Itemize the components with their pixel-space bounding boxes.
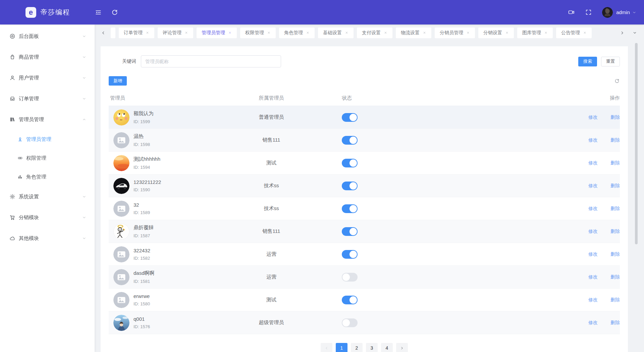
close-icon[interactable] — [423, 31, 426, 35]
refresh-page-icon[interactable] — [111, 9, 118, 16]
status-toggle[interactable] — [342, 296, 358, 304]
edit-link[interactable]: 修改 — [588, 297, 598, 303]
close-icon[interactable] — [583, 31, 587, 35]
edit-link[interactable]: 修改 — [588, 320, 598, 326]
close-icon[interactable] — [184, 31, 188, 35]
sidebar-subitem-admin-list[interactable]: 管理员管理 — [0, 130, 95, 149]
pagination-page-2[interactable]: 2 — [351, 343, 363, 352]
close-icon[interactable] — [505, 31, 509, 35]
admin-avatar[interactable] — [602, 7, 613, 18]
sidebar-item-distribution[interactable]: 分销模块 — [0, 207, 95, 228]
fullscreen-icon[interactable] — [585, 9, 592, 16]
sidebar-item-admins[interactable]: 管理员管理 — [0, 109, 95, 130]
delete-link[interactable]: 删除 — [610, 251, 620, 257]
tab-basic-settings[interactable]: 基础设置 — [318, 28, 354, 38]
edit-link[interactable]: 修改 — [588, 206, 598, 212]
sidebar-item-other[interactable]: 其他模块 — [0, 228, 95, 249]
tabs-scroll-right-icon[interactable] — [620, 30, 625, 36]
delete-link[interactable]: 删除 — [610, 183, 620, 189]
tabs-menu-icon[interactable] — [632, 30, 637, 35]
tab-payment-settings[interactable]: 支付设置 — [357, 28, 392, 38]
table-row: 32ID: 1589技术ss修改删除 — [109, 197, 620, 220]
parent-admin-role: 测试 — [266, 160, 276, 166]
close-icon[interactable] — [306, 31, 310, 35]
status-toggle[interactable] — [342, 318, 358, 327]
tab-distributor-mgmt[interactable]: 分销员管理 — [435, 28, 475, 38]
admin-name: 1232211222 — [133, 179, 161, 185]
delete-link[interactable]: 删除 — [610, 274, 620, 280]
status-toggle[interactable] — [342, 250, 358, 259]
close-icon[interactable] — [146, 31, 149, 35]
close-icon[interactable] — [228, 31, 232, 35]
pagination-page-1[interactable]: 1 — [336, 343, 347, 352]
delete-link[interactable]: 删除 — [610, 229, 620, 235]
sidebar-subitem-permissions[interactable]: 权限管理 — [0, 149, 95, 167]
status-toggle[interactable] — [342, 136, 358, 145]
status-toggle[interactable] — [342, 227, 358, 236]
delete-link[interactable]: 删除 — [610, 160, 620, 166]
sidebar-subitem-roles[interactable]: 角色管理 — [0, 167, 95, 186]
parent-admin-role: 运营 — [266, 274, 276, 280]
search-button[interactable]: 搜索 — [578, 57, 597, 66]
admin-name: 鼎折覆餗 — [133, 224, 154, 231]
parent-admin-role: 测试 — [266, 297, 276, 303]
edit-link[interactable]: 修改 — [588, 251, 598, 257]
sidebar-item-dashboard[interactable]: 后台面板 — [0, 26, 95, 47]
scrollbar-thumb[interactable] — [635, 43, 638, 244]
sidebar-item-users[interactable]: 用户管理 — [0, 67, 95, 88]
edit-link[interactable]: 修改 — [588, 229, 598, 235]
delete-link[interactable]: 删除 — [610, 297, 620, 303]
tab-comment-mgmt[interactable]: 评论管理 — [158, 28, 193, 38]
edit-link[interactable]: 修改 — [588, 137, 598, 143]
pagination-next-button[interactable] — [396, 343, 408, 352]
tab-permission-mgmt[interactable]: 权限管理 — [240, 28, 276, 38]
collapse-sidebar-icon[interactable] — [95, 9, 102, 16]
close-icon[interactable] — [345, 31, 348, 35]
sidebar-item-orders[interactable]: 订单管理 — [0, 88, 95, 109]
status-toggle[interactable] — [342, 273, 358, 282]
close-icon[interactable] — [267, 31, 271, 35]
image-placeholder-avatar — [113, 269, 129, 285]
user-menu[interactable]: admin — [616, 9, 637, 15]
tab-role-mgmt[interactable]: 角色管理 — [279, 28, 315, 38]
reset-button[interactable]: 重置 — [601, 57, 620, 66]
keyword-input[interactable] — [141, 55, 281, 67]
delete-link[interactable]: 删除 — [610, 114, 620, 120]
tab-order-mgmt[interactable]: 订单管理 — [119, 28, 154, 38]
add-button[interactable]: 新增 — [109, 76, 127, 86]
status-toggle[interactable] — [342, 204, 358, 213]
admin-cell: dasd啊啊ID: 1581 — [109, 269, 216, 285]
tab-label: 管理员管理 — [202, 30, 225, 36]
tab-distribution-settings[interactable]: 分销设置 — [478, 28, 514, 38]
sidebar-item-goods[interactable]: 商品管理 — [0, 47, 95, 67]
tabs-scroll-left-icon[interactable] — [101, 30, 106, 36]
pagination-page-3[interactable]: 3 — [366, 343, 378, 352]
sidebar-item-system[interactable]: 系统设置 — [0, 186, 95, 207]
edit-link[interactable]: 修改 — [588, 160, 598, 166]
status-toggle[interactable] — [342, 113, 358, 122]
edit-link[interactable]: 修改 — [588, 274, 598, 280]
close-icon[interactable] — [384, 31, 387, 35]
admin-cell: erwrweID: 1580 — [109, 292, 216, 308]
tab-logistics-settings[interactable]: 物流设置 — [396, 28, 431, 38]
username-label: admin — [616, 9, 630, 15]
delete-link[interactable]: 删除 — [610, 137, 620, 143]
tab-gallery-mgmt[interactable]: 图库管理 — [517, 28, 553, 38]
tab-announcement-mgmt[interactable]: 公告管理 — [556, 28, 592, 38]
status-toggle[interactable] — [342, 182, 358, 190]
pagination-page-4[interactable]: 4 — [381, 343, 393, 352]
tab-clipped-tab[interactable] — [111, 28, 115, 38]
video-icon[interactable] — [568, 9, 575, 16]
close-icon[interactable] — [544, 31, 548, 35]
delete-link[interactable]: 删除 — [610, 320, 620, 326]
refresh-table-icon[interactable] — [614, 78, 620, 84]
delete-link[interactable]: 删除 — [610, 206, 620, 212]
pagination-prev-button[interactable] — [321, 343, 332, 352]
close-icon[interactable] — [466, 31, 470, 35]
admin-id: ID: 1589 — [133, 210, 150, 215]
chevron-down-icon — [82, 34, 87, 39]
status-toggle[interactable] — [342, 159, 358, 167]
tab-admin-mgmt[interactable]: 管理员管理 — [197, 28, 237, 38]
edit-link[interactable]: 修改 — [588, 114, 598, 120]
edit-link[interactable]: 修改 — [588, 183, 598, 189]
